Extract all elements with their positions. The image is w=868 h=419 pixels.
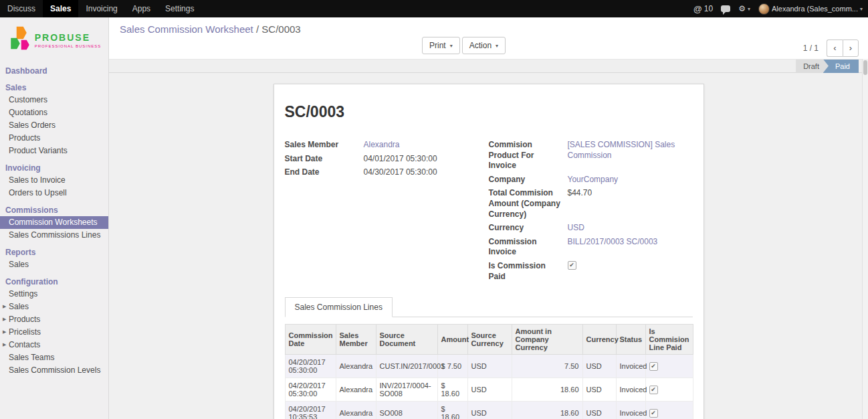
main-content: Sales Commission Worksheet / SC/0003 Pri…: [109, 17, 868, 419]
breadcrumb-parent-link[interactable]: Sales Commission Worksheet: [120, 23, 253, 35]
sidebar-item-product-variants[interactable]: Product Variants: [0, 145, 108, 157]
sidebar-item-label: Products: [9, 315, 40, 325]
top-menu-invoicing[interactable]: Invoicing: [78, 0, 124, 17]
top-menu-sales[interactable]: Sales: [43, 0, 78, 17]
sidebar-item-label: Sales Commission Levels: [9, 365, 100, 375]
sidebar-item-reports-sales[interactable]: Sales: [0, 258, 108, 271]
line-paid-checkbox[interactable]: ✔: [649, 409, 658, 418]
sidebar-item-customers[interactable]: Customers: [0, 94, 108, 106]
pager-counter: 1 / 1: [803, 44, 819, 53]
pager-next-button[interactable]: ›: [843, 39, 859, 57]
cell-currency: USD: [582, 355, 616, 378]
sidebar-item-config-sales[interactable]: ▶Sales: [0, 301, 108, 313]
sidebar-item-label: Sales Orders: [9, 120, 56, 131]
column-header-status[interactable]: Status: [616, 325, 645, 355]
tab-sales-commission-lines[interactable]: Sales Commission Lines: [285, 297, 393, 317]
top-menu-discuss[interactable]: Discuss: [0, 0, 43, 17]
sidebar-item-label: Product Variants: [9, 146, 68, 156]
cell-currency: USD: [582, 378, 616, 402]
user-menu[interactable]: Alexandra (Sales_comm... ▾: [758, 3, 863, 15]
pager-buttons: ‹ ›: [827, 39, 859, 57]
app-logo: PROBUSE PROFESSIONAL BUSINESS: [0, 17, 108, 64]
chevron-down-icon: ▾: [748, 6, 750, 12]
commission-product-link[interactable]: [SALES COMMISSION] Sales Commission: [568, 140, 693, 161]
vertical-scrollbar[interactable]: [862, 59, 868, 419]
expander-icon: ▶: [3, 329, 9, 335]
print-button[interactable]: Print ▾: [422, 37, 460, 54]
sidebar-heading-sales[interactable]: Sales: [0, 81, 108, 94]
status-step-draft[interactable]: Draft: [796, 60, 829, 73]
pager-previous-button[interactable]: ‹: [827, 39, 843, 57]
sidebar-heading-reports[interactable]: Reports: [0, 246, 108, 258]
currency-link[interactable]: USD: [568, 223, 584, 234]
control-panel-buttons: Print ▾ Action ▾: [422, 37, 506, 54]
sidebar-item-label: Products: [9, 133, 40, 143]
scrollbar-thumb[interactable]: [863, 60, 867, 75]
chat-bubble-icon: [721, 5, 730, 12]
table-row[interactable]: 04/20/2017 05:30:00 Alexandra CUST.IN/20…: [285, 355, 693, 378]
sidebar-item-label: Sales: [9, 302, 29, 312]
sidebar-item-orders-to-upsell[interactable]: Orders to Upsell: [0, 187, 108, 199]
statusbar: Draft Paid: [109, 59, 868, 73]
column-header-source-document[interactable]: Source Document: [376, 325, 437, 355]
sidebar-item-sales-commission-levels[interactable]: Sales Commission Levels: [0, 364, 108, 377]
sidebar-item-sales-commissions-lines[interactable]: Sales Commissions Lines: [0, 229, 108, 242]
action-button[interactable]: Action ▾: [462, 37, 506, 54]
sidebar-item-sales-to-invoice[interactable]: Sales to Invoice: [0, 174, 108, 187]
commission-invoice-link[interactable]: BILL/2017/0003 SC/0003: [568, 237, 658, 248]
sidebar-item-contacts[interactable]: ▶Contacts: [0, 339, 108, 351]
sidebar-heading-invoicing[interactable]: Invoicing: [0, 161, 108, 174]
sidebar-item-config-products[interactable]: ▶Products: [0, 313, 108, 326]
sidebar-heading-configuration[interactable]: Configuration: [0, 275, 108, 288]
debug-menu[interactable]: ⚙ ▾: [738, 4, 750, 13]
top-menu-apps[interactable]: Apps: [125, 0, 158, 17]
column-header-source-currency[interactable]: Source Currency: [467, 325, 512, 355]
field-company: Company YourCompany: [489, 175, 693, 185]
cell-amount: $ 18.60: [437, 402, 467, 419]
sidebar-item-sales-orders[interactable]: Sales Orders: [0, 119, 108, 132]
sidebar-item-label: Quotations: [9, 108, 47, 118]
sidebar-item-products[interactable]: Products: [0, 132, 108, 145]
cell-commission-date: 04/20/2017 05:30:00: [285, 378, 336, 402]
sidebar-item-label: Contacts: [9, 340, 40, 350]
table-row[interactable]: 04/20/2017 05:30:00 Alexandra INV/2017/0…: [285, 378, 693, 402]
sales-member-link[interactable]: Alexandra: [364, 140, 400, 151]
activity-count-badge: 10: [704, 4, 713, 13]
column-header-amount[interactable]: Amount: [437, 325, 467, 355]
column-header-is-commission-line-paid[interactable]: Is Commision Line Paid: [645, 325, 693, 355]
field-label: Is Commission Paid: [489, 261, 568, 282]
sidebar-item-sales-teams[interactable]: Sales Teams: [0, 351, 108, 364]
sidebar-item-pricelists[interactable]: ▶Pricelists: [0, 326, 108, 339]
column-header-currency[interactable]: Currency: [582, 325, 616, 355]
commission-lines-table: Commission Date Sales Member Source Docu…: [285, 324, 693, 419]
company-link[interactable]: YourCompany: [568, 175, 619, 185]
top-menu-settings[interactable]: Settings: [158, 0, 201, 17]
cell-amount-company-currency: 7.50: [512, 355, 582, 378]
sidebar-heading-dashboard[interactable]: Dashboard: [0, 64, 108, 77]
cell-sales-member: Alexandra: [336, 402, 376, 419]
messages-menu[interactable]: [721, 5, 730, 12]
line-paid-checkbox[interactable]: ✔: [649, 362, 658, 371]
sidebar-section-sales: Sales Customers Quotations Sales Orders …: [0, 81, 108, 157]
field-label: Commision Product For Invoice: [489, 140, 568, 171]
line-paid-checkbox[interactable]: ✔: [649, 386, 658, 394]
cell-source-document: CUST.IN/2017/0001: [376, 355, 437, 378]
cell-status: Invoiced: [616, 355, 645, 378]
form-sheet: SC/0003 Sales Member Alexandra Start Dat…: [274, 84, 704, 419]
field-label: Currency: [489, 223, 568, 234]
sidebar-item-quotations[interactable]: Quotations: [0, 106, 108, 119]
sidebar-item-commission-worksheets[interactable]: Commission Worksheets: [0, 216, 108, 229]
sidebar-item-settings[interactable]: Settings: [0, 288, 108, 301]
activities-menu[interactable]: @ 10: [693, 4, 714, 14]
table-row[interactable]: 04/20/2017 10:35:53 Alexandra SO008 $ 18…: [285, 402, 693, 419]
sidebar-heading-commissions[interactable]: Commissions: [0, 203, 108, 216]
sidebar-section-reports: Reports Sales: [0, 246, 108, 271]
column-header-sales-member[interactable]: Sales Member: [336, 325, 376, 355]
sidebar: PROBUSE PROFESSIONAL BUSINESS Dashboard …: [0, 17, 109, 419]
column-header-commission-date[interactable]: Commission Date: [285, 325, 336, 355]
hexagon-green-icon: [8, 37, 20, 50]
is-commission-paid-checkbox[interactable]: ✔: [568, 261, 576, 270]
column-header-amount-company-currency[interactable]: Amount in Company Currency: [512, 325, 582, 355]
cell-source-document: SO008: [376, 402, 437, 419]
sidebar-section-configuration: Configuration Settings ▶Sales ▶Products …: [0, 275, 108, 377]
